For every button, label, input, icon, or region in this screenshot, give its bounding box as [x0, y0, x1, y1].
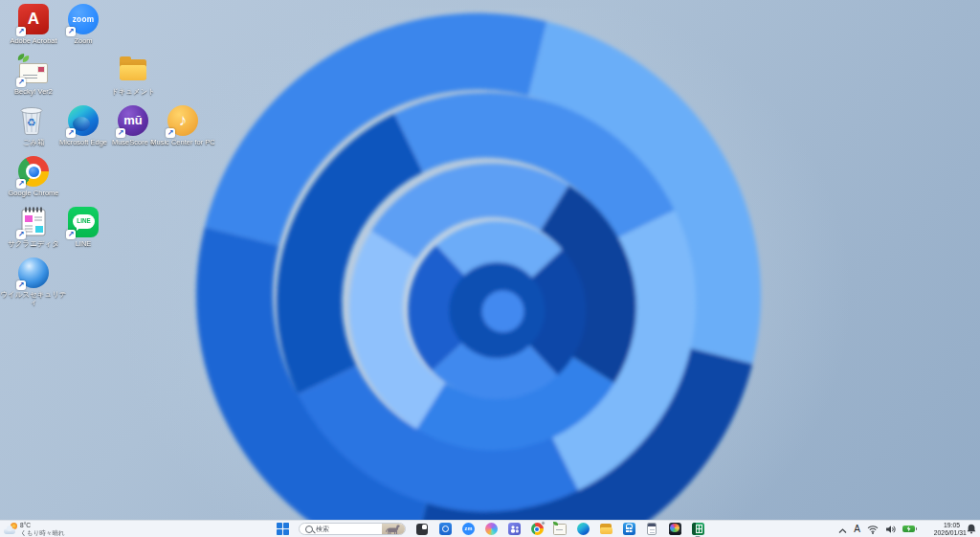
windows-logo-icon	[277, 523, 289, 535]
taskbar-app-zoom[interactable]: zm	[461, 523, 475, 536]
desktop-icon-documents-folder[interactable]: ドキュメント	[106, 55, 160, 99]
ime-mode-indicator[interactable]: A	[854, 524, 860, 534]
excel-icon	[692, 523, 704, 535]
shortcut-arrow-icon	[66, 128, 76, 138]
taskbar-app-photos[interactable]	[668, 523, 681, 536]
copilot-icon	[485, 523, 498, 535]
volume-button[interactable]	[885, 521, 896, 537]
edge-icon	[68, 105, 99, 136]
shortcut-arrow-icon	[66, 230, 76, 239]
taskbar-app-excel[interactable]	[691, 523, 704, 536]
zm-wordmark: zm	[464, 525, 472, 532]
zoom-icon: zoom	[68, 4, 99, 34]
taskbar: 8°C くもり時々晴れ 検索	[0, 520, 980, 537]
sun-behind-cloud-icon	[4, 523, 17, 535]
desktop-icon-zoom[interactable]: zoom Zoom	[56, 4, 110, 48]
file-explorer-icon	[600, 524, 612, 534]
search-placeholder: 検索	[316, 525, 343, 534]
recycle-bin-icon: ♻	[18, 105, 49, 136]
taskbar-app-chrome[interactable]	[530, 523, 544, 536]
zoom-zm-icon: zm	[462, 523, 475, 535]
line-wordmark: LINE	[76, 216, 91, 226]
notifications-button[interactable]	[967, 521, 976, 537]
taskbar-app-microsoft-store[interactable]	[622, 523, 635, 536]
bloom-artwork	[100, 8, 866, 537]
teams-icon	[508, 523, 521, 535]
desktop-icon-virus-security[interactable]: ウイルスセキュリティ	[7, 257, 60, 311]
musescore-icon: mŭ	[118, 105, 148, 136]
recycle-bin-art: ♻	[18, 105, 45, 136]
shortcut-arrow-icon	[16, 280, 26, 290]
security-orb-icon	[18, 257, 49, 288]
svg-text:♻: ♻	[27, 117, 36, 128]
folder-icon	[118, 55, 148, 85]
edge-icon	[577, 523, 590, 535]
chevron-up-icon	[838, 528, 847, 534]
taskbar-app-copilot[interactable]	[484, 523, 498, 536]
tray-date: 2026/01/31	[934, 530, 960, 535]
task-view-icon	[416, 524, 428, 535]
weather-text: 8°C くもり時々晴れ	[20, 522, 106, 536]
desktop-icon-google-chrome[interactable]: Google Chrome	[7, 156, 60, 200]
weather-temperature: 8°C	[20, 523, 77, 527]
wifi-icon	[867, 525, 879, 534]
desktop-icon-label: ウイルスセキュリティ	[0, 291, 68, 306]
desktop-icon-label: LINE	[49, 240, 118, 248]
shortcut-arrow-icon	[16, 179, 26, 189]
wifi-button[interactable]	[867, 521, 879, 537]
becky-mail-icon	[18, 55, 49, 85]
desktop-icon-label: Google Chrome	[0, 190, 68, 197]
search-icon	[305, 526, 313, 533]
adobe-acrobat-icon	[18, 4, 49, 34]
clock-button[interactable]: 19:05 2026/01/31	[922, 522, 960, 537]
taskbar-app-blue-circle-app[interactable]	[438, 523, 452, 536]
hidden-icons-chevron-button[interactable]	[838, 521, 847, 537]
becky-mail-icon	[553, 524, 567, 535]
widgets-weather-button[interactable]: 8°C くもり時々晴れ	[4, 522, 106, 536]
taskbar-center-apps: 検索 zm	[276, 521, 704, 537]
shortcut-arrow-icon	[166, 128, 175, 138]
folder-front	[120, 65, 146, 80]
search-highlight-horse-image	[382, 523, 405, 535]
task-view-button[interactable]	[415, 523, 429, 536]
speaker-icon	[885, 525, 896, 534]
shortcut-arrow-icon	[116, 128, 125, 138]
taskbar-app-notepad[interactable]	[645, 523, 658, 536]
desktop-icon-becky-mail[interactable]: Becky! Ver2	[7, 55, 60, 99]
photos-icon	[669, 523, 681, 535]
notepad-icon	[647, 523, 657, 535]
bell-icon	[967, 524, 976, 534]
battery-button[interactable]	[902, 526, 915, 532]
desktop-icon-label: Zoom	[49, 37, 118, 45]
weather-condition: くもり時々晴れ	[20, 530, 77, 535]
desktop-icon-line[interactable]: LINE LINE	[56, 207, 110, 251]
sakura-editor-icon	[18, 207, 49, 237]
desktop-icon-label: Music Center for PC	[148, 139, 217, 146]
system-tray: A 19:05 2026/01/31	[838, 521, 976, 537]
shortcut-arrow-icon	[16, 78, 26, 87]
desktop-icon-label: Becky! Ver2	[0, 88, 68, 96]
speech-bubble-icon: LINE	[73, 214, 95, 229]
desktop-icon-label: ドキュメント	[99, 88, 167, 96]
taskbar-app-file-explorer[interactable]	[599, 523, 612, 536]
blue-circle-app-icon	[439, 523, 452, 535]
charging-bolt-icon	[907, 526, 911, 532]
chrome-icon	[18, 156, 49, 187]
line-icon: LINE	[68, 207, 99, 237]
leaf-icon	[16, 53, 32, 65]
shortcut-arrow-icon	[16, 230, 26, 239]
shortcut-arrow-icon	[16, 27, 26, 36]
taskbar-search-box[interactable]: 検索	[299, 523, 406, 535]
chrome-profile-badge	[541, 521, 546, 526]
taskbar-app-teams[interactable]	[507, 523, 521, 536]
shortcut-arrow-icon	[66, 27, 76, 36]
tray-time: 19:05	[934, 523, 960, 527]
desktop-icon-music-center[interactable]: Music Center for PC	[156, 105, 210, 149]
taskbar-app-becky-mail[interactable]	[553, 523, 567, 536]
music-note-icon	[167, 105, 198, 136]
start-button[interactable]	[276, 523, 289, 536]
taskbar-app-edge[interactable]	[576, 523, 590, 536]
microsoft-store-icon	[623, 523, 635, 535]
